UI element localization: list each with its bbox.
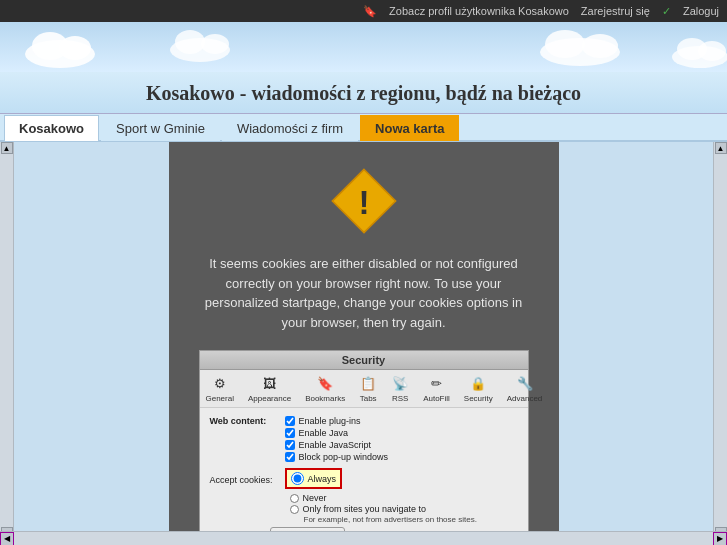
right-scrollbar: ▲ ▼ [713,142,727,539]
tabs-icon: 📋 [359,374,377,392]
toolbar-appearance: 🖼 Appearance [248,374,291,403]
content-area: ! It seems cookies are either disabled o… [14,142,713,539]
scroll-up-arrow[interactable]: ▲ [1,142,13,154]
bookmarks-icon: 🔖 [316,374,334,392]
svg-point-8 [582,34,618,58]
checkbox-java: Enable Java [285,428,389,438]
login-link[interactable]: Zaloguj [683,5,719,17]
scroll-bottom-left[interactable]: ◀ [0,532,14,546]
checkbox-javascript-input[interactable] [285,440,295,450]
security-body: Web content: Enable plug-ins Enable Java… [200,408,528,545]
svg-text:!: ! [358,184,369,221]
security-toolbar: ⚙ General 🖼 Appearance 🔖 Bookmarks 📋 Tab… [200,370,528,408]
toolbar-rss: 📡 RSS [391,374,409,403]
tab-wiadomosci[interactable]: Wiadomości z firm [222,115,358,141]
checkbox-plugins: Enable plug-ins [285,416,389,426]
security-icon: 🔒 [469,374,487,392]
webcontent-label: Web content: [210,416,285,464]
toolbar-security: 🔒 Security [464,374,493,403]
autofill-icon: ✏ [427,374,445,392]
accept-cookies-label: Accept cookies: [210,475,285,485]
advanced-icon: 🔧 [516,374,534,392]
accept-cookies-highlighted: Always [285,468,343,489]
tab-kosakowo[interactable]: Kosakowo [4,115,99,141]
radio-only-row: Only from sites you navigate to [290,504,518,514]
checkbox-javascript: Enable JavaScript [285,440,389,450]
browser-topbar: 🔖 Zobacz profil użytkownika Kosakowo Zar… [0,0,727,22]
site-title: Kosakowo - wiadomości z regionu, bądź na… [0,82,727,105]
tab-nowa-karta[interactable]: Nowa karta [360,115,459,141]
bottom-scrollbar: ◀ ▶ [0,531,727,545]
security-screenshot: Security ⚙ General 🖼 Appearance 🔖 Bookma… [199,350,529,545]
rss-icon: 📡 [391,374,409,392]
checkbox-plugins-input[interactable] [285,416,295,426]
nav-tabs: Kosakowo Sport w Gminie Wiadomości z fir… [0,114,727,142]
toolbar-bookmarks: 🔖 Bookmarks [305,374,345,403]
radio-never[interactable] [290,494,299,503]
svg-point-7 [545,30,585,58]
cookie-options: Never Only from sites you navigate to Fo… [290,493,518,524]
warning-icon: ! [329,166,399,236]
svg-point-5 [201,34,229,54]
not-from-advertisers-note: For example, not from advertisers on tho… [290,515,518,524]
site-header: Kosakowo - wiadomości z regionu, bądź na… [0,72,727,114]
warning-box: ! It seems cookies are either disabled o… [169,142,559,539]
toolbar-tabs: 📋 Tabs [359,374,377,403]
checkmark-icon: ✓ [662,5,671,18]
scroll-right-up[interactable]: ▲ [715,142,727,154]
security-dialog-title: Security [200,351,528,370]
warning-text: It seems cookies are either disabled or … [199,254,529,332]
toolbar-autofill: ✏ AutoFill [423,374,450,403]
profile-link[interactable]: Zobacz profil użytkownika Kosakowo [389,5,569,17]
tab-sport[interactable]: Sport w Gminie [101,115,220,141]
general-icon: ⚙ [211,374,229,392]
register-link[interactable]: Zarejestruj się [581,5,650,17]
svg-point-11 [698,41,726,61]
radio-always[interactable] [291,472,304,485]
checkbox-popup-input[interactable] [285,452,295,462]
svg-point-4 [175,30,205,54]
scroll-bottom-right[interactable]: ▶ [713,532,727,546]
radio-only-sites[interactable] [290,505,299,514]
toolbar-advanced: 🔧 Advanced [507,374,543,403]
sky-area [0,22,727,72]
left-scrollbar: ▲ ▼ [0,142,14,539]
toolbar-general: ⚙ General [206,374,234,403]
checkbox-java-input[interactable] [285,428,295,438]
bookmark-icon: 🔖 [363,5,377,18]
svg-point-2 [59,36,91,60]
appearance-icon: 🖼 [261,374,279,392]
radio-never-row: Never [290,493,518,503]
checkbox-popup: Block pop-up windows [285,452,389,462]
